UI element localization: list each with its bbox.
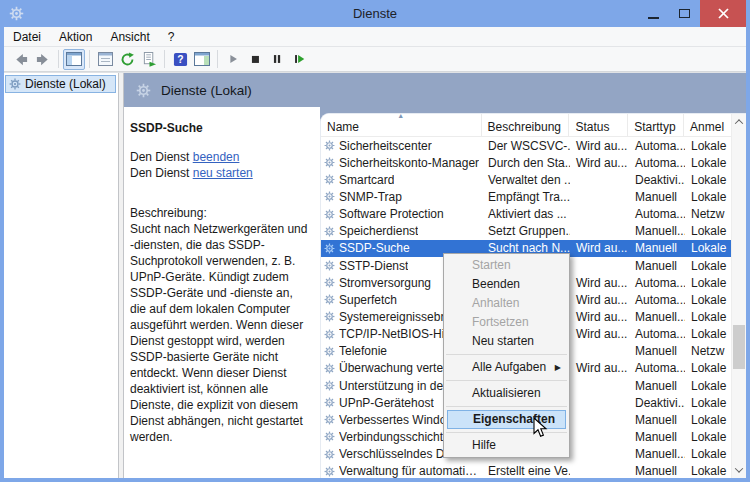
service-description: Verwaltet den ... [482,173,570,187]
scroll-down-icon[interactable] [732,462,746,478]
toolbar-separator [89,50,90,68]
service-name: Stromversorgung [339,276,431,290]
column-header-beschreibung[interactable]: Beschreibung [482,114,570,136]
service-name: Verwaltung für automatische RAS-Verb [339,464,482,478]
context-menu-item-beenden[interactable]: Beenden [444,275,569,294]
pause-service-icon[interactable] [266,49,288,70]
context-menu-item-eigenschaften[interactable]: Eigenschaften [447,410,566,429]
minimize-button[interactable] [638,0,669,27]
service-status: Wird au... [570,276,629,290]
close-button[interactable] [700,0,746,27]
column-header-name[interactable]: ▲Name [321,114,482,136]
minimize-icon [648,17,659,19]
export-list-icon[interactable] [138,49,160,70]
service-starttype: Manuell [629,241,685,255]
service-status: Wird au... [570,139,629,153]
service-gear-icon [324,260,335,271]
service-row[interactable]: Sicherheitskonto-Manager Durch den Sta..… [321,154,731,171]
service-status: Wird au... [570,310,629,324]
service-logon: Lokale [685,156,732,170]
console-tree-toggle-icon[interactable] [63,49,85,70]
service-description: Aktiviert das ... [482,207,570,221]
context-menu-item-alle-aufgaben[interactable]: Alle Aufgaben▶ [444,358,569,377]
menu-hilfe[interactable]: ? [159,27,184,47]
service-logon: Lokale [685,464,732,478]
scroll-up-icon[interactable] [732,114,746,130]
service-logon: Lokale [685,413,732,427]
service-starttype: Deaktivi... [629,173,685,187]
services-gear-icon [9,78,21,90]
service-status: Wird au... [570,361,629,375]
service-row[interactable]: Verwaltung für automatische RAS-Verb Ers… [321,463,731,478]
context-menu-item-aktualisieren[interactable]: Aktualisieren [444,384,569,403]
service-row[interactable]: Smartcard Verwaltet den ... Deaktivi... … [321,171,731,188]
services-pane: Dienste (Lokal) SSDP-Suche Den Dienst be… [124,73,746,478]
menubar: Datei Aktion Ansicht ? [4,27,746,47]
column-header-anmelden[interactable]: Anmel [684,114,731,136]
submenu-arrow-icon: ▶ [555,358,561,377]
context-menu-item-hilfe[interactable]: Hilfe [444,436,569,455]
column-header-starttyp[interactable]: Starttyp [628,114,684,136]
service-description: Setzt Gruppen... [482,224,570,238]
help-icon[interactable]: ? [169,49,191,70]
banner-title: Dienste (Lokal) [161,83,252,98]
refresh-icon[interactable] [116,49,138,70]
svg-text:?: ? [177,54,183,65]
back-icon[interactable] [10,49,32,70]
menu-separator [446,406,567,407]
stop-service-link[interactable]: beenden [193,150,240,164]
context-menu-item-anhalten: Anhalten [444,294,569,313]
tree-item-label: Dienste (Lokal) [25,77,106,91]
forward-icon[interactable] [32,49,54,70]
service-gear-icon [324,140,335,151]
toolbar: ? [4,47,746,72]
service-row[interactable]: SNMP-Trap Empfängt Tra... Manuell Lokale [321,188,731,205]
vertical-scrollbar[interactable] [731,114,746,478]
service-row[interactable]: Speicherdienst Setzt Gruppen... Manuell.… [321,223,731,240]
service-logon: Lokale [685,310,732,324]
start-service-icon[interactable] [222,49,244,70]
column-header-status[interactable]: Status [569,114,628,136]
tree-item-dienste-lokal[interactable]: Dienste (Lokal) [5,75,116,93]
service-name: SNMP-Trap [339,190,402,204]
stop-service-icon[interactable] [244,49,266,70]
mouse-cursor [533,417,548,438]
service-gear-icon [324,157,335,168]
service-starttype: Manuell [629,430,685,444]
scrollbar-thumb[interactable] [733,325,745,369]
service-gear-icon [324,277,335,288]
service-starttype: Manuell [629,259,685,273]
service-row[interactable]: Sicherheitscenter Der WSCSVC-... Wird au… [321,137,731,154]
service-logon: Lokale [685,293,732,307]
service-starttype: Automa... [629,361,685,375]
action-pane-icon[interactable] [191,49,213,70]
menu-ansicht[interactable]: Ansicht [101,27,158,47]
service-gear-icon [324,380,335,391]
service-starttype: Manuell [629,190,685,204]
service-logon: Lokale [685,224,732,238]
service-logon: Lokale [685,276,732,290]
service-gear-icon [324,209,335,220]
menu-aktion[interactable]: Aktion [50,27,101,47]
service-description: Erstellt eine Ve... [482,464,570,478]
service-starttype: Automa... [629,327,685,341]
service-starttype: Manuell [629,413,685,427]
toolbar-separator [217,50,218,68]
service-row[interactable]: Software Protection Aktiviert das ... Au… [321,206,731,223]
context-menu-item-starten: Starten [444,256,569,275]
service-gear-icon [324,363,335,374]
service-name: Superfetch [339,293,397,307]
restart-service-icon[interactable] [288,49,310,70]
restart-service-link[interactable]: neu starten [193,166,253,180]
pane-banner: Dienste (Lokal) [124,73,746,107]
context-menu: StartenBeendenAnhaltenFortsetzenNeu star… [443,253,570,458]
maximize-button[interactable] [669,0,700,27]
service-gear-icon [324,346,335,357]
service-detail-panel: SSDP-Suche Den Dienst beenden Den Dienst… [124,107,320,478]
context-menu-item-neu-starten[interactable]: Neu starten [444,332,569,351]
service-gear-icon [324,466,335,477]
properties-icon[interactable] [94,49,116,70]
sort-ascending-icon: ▲ [397,114,404,119]
menu-datei[interactable]: Datei [4,27,50,47]
service-gear-icon [324,243,335,254]
